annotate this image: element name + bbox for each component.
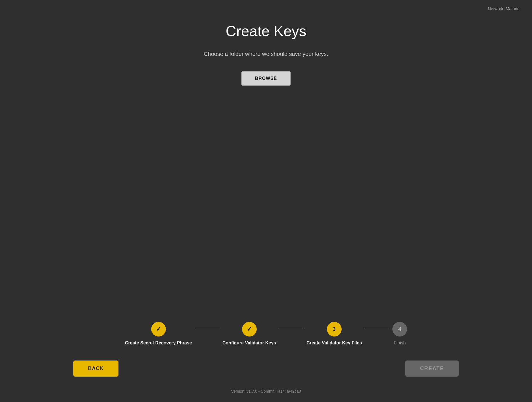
step-4: 4 Finish: [392, 322, 407, 346]
connector-3-4: [365, 328, 390, 328]
connector-1-2: [195, 328, 219, 328]
step-4-circle: 4: [392, 322, 407, 337]
stepper-container: ✓ Create Secret Recovery Phrase ✓ Config…: [125, 322, 407, 346]
browse-button[interactable]: BROWSE: [241, 71, 291, 86]
step-4-number: 4: [398, 326, 401, 332]
page-title: Create Keys: [226, 23, 306, 40]
step-1-circle: ✓: [151, 322, 166, 337]
bottom-buttons: BACK CREATE: [0, 361, 532, 377]
step-4-label: Finish: [394, 340, 406, 346]
step-3-label: Create Validator Key Files: [307, 340, 362, 346]
step-3-circle: 3: [327, 322, 342, 337]
version-footer: Version: v1.7.0 - Commit Hash: fa42ca8: [0, 389, 532, 394]
back-button[interactable]: BACK: [73, 361, 118, 377]
step-2: ✓ Configure Validator Keys: [222, 322, 276, 346]
step-1-icon: ✓: [156, 325, 161, 333]
connector-2-3: [279, 328, 304, 328]
step-1-label: Create Secret Recovery Phrase: [125, 340, 192, 346]
step-2-icon: ✓: [247, 325, 252, 333]
page-subtitle: Choose a folder where we should save you…: [204, 51, 328, 57]
step-2-circle: ✓: [242, 322, 257, 337]
step-3: 3 Create Validator Key Files: [307, 322, 362, 346]
stepper-section: ✓ Create Secret Recovery Phrase ✓ Config…: [0, 322, 532, 346]
create-button: CREATE: [405, 361, 459, 377]
step-3-number: 3: [333, 326, 336, 332]
main-content: Create Keys Choose a folder where we sho…: [0, 0, 532, 86]
network-label: Network: Mainnet: [488, 6, 521, 11]
step-2-label: Configure Validator Keys: [222, 340, 276, 346]
step-1: ✓ Create Secret Recovery Phrase: [125, 322, 192, 346]
